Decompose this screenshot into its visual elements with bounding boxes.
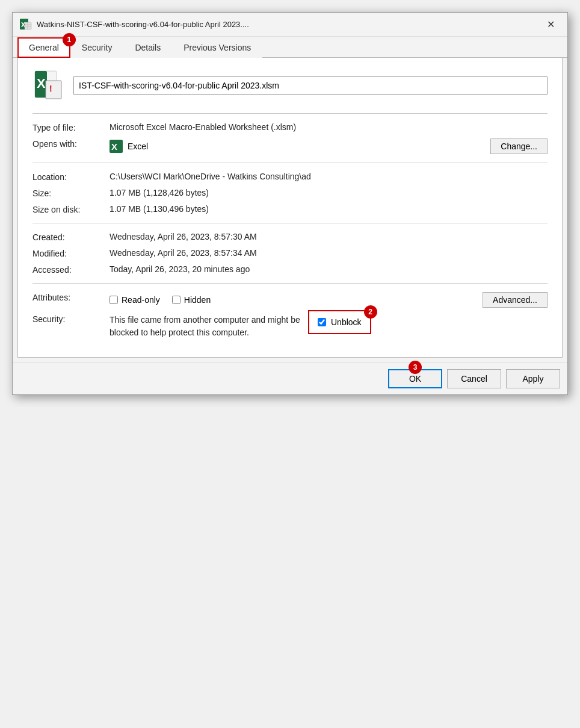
size-row: Size: 1.07 MB (1,128,426 bytes) bbox=[32, 188, 548, 198]
created-label: Created: bbox=[32, 232, 105, 242]
svg-rect-9 bbox=[46, 81, 61, 99]
tab-previous-versions[interactable]: Previous Versions bbox=[172, 37, 262, 58]
location-label: Location: bbox=[32, 172, 105, 182]
tab-security[interactable]: Security bbox=[70, 37, 124, 58]
unblock-checkbox-label[interactable]: Unblock bbox=[312, 314, 368, 331]
unblock-label: Unblock bbox=[331, 317, 362, 327]
unblock-checkbox[interactable] bbox=[318, 318, 326, 326]
location-row: Location: C:\Users\WCI Mark\OneDrive - W… bbox=[32, 172, 548, 182]
opens-with-content: X Excel Change... bbox=[110, 138, 548, 154]
advanced-button[interactable]: Advanced... bbox=[483, 292, 548, 308]
security-text: This file came from another computer and… bbox=[110, 314, 302, 339]
apply-button[interactable]: Apply bbox=[506, 369, 560, 388]
excel-app-icon: X bbox=[110, 140, 123, 153]
hidden-checkbox[interactable] bbox=[172, 296, 180, 304]
tab-content: X ! Type of file: Microsoft Excel Macro-… bbox=[17, 58, 563, 358]
security-label: Security: bbox=[32, 314, 105, 324]
tab-details[interactable]: Details bbox=[123, 37, 172, 58]
tab-general[interactable]: General 1 bbox=[17, 37, 70, 58]
file-header: X ! bbox=[32, 70, 548, 101]
divider-2 bbox=[32, 163, 548, 163]
modified-row: Modified: Wednesday, April 26, 2023, 8:5… bbox=[32, 248, 548, 258]
size-on-disk-row: Size on disk: 1.07 MB (1,130,496 bytes) bbox=[32, 204, 548, 214]
title-bar: X Watkins-NIST-CSF-with-scoring-v6.04-fo… bbox=[13, 13, 567, 37]
badge-1: 1 bbox=[63, 33, 76, 46]
modified-value: Wednesday, April 26, 2023, 8:57:34 AM bbox=[110, 248, 548, 258]
readonly-checkbox[interactable] bbox=[110, 296, 118, 304]
change-button[interactable]: Change... bbox=[490, 138, 548, 154]
accessed-value: Today, April 26, 2023, 20 minutes ago bbox=[110, 264, 548, 274]
divider-4 bbox=[32, 283, 548, 284]
svg-rect-2 bbox=[25, 22, 31, 30]
properties-dialog: X Watkins-NIST-CSF-with-scoring-v6.04-fo… bbox=[12, 12, 568, 395]
file-type-icon: X ! bbox=[32, 70, 64, 101]
type-row: Type of file: Microsoft Excel Macro-Enab… bbox=[32, 122, 548, 132]
readonly-label: Read-only bbox=[122, 295, 160, 305]
ok-container: 3 OK bbox=[388, 369, 442, 388]
opens-with-row: Opens with: X Excel Change... bbox=[32, 138, 548, 154]
attributes-content: Read-only Hidden Advanced... bbox=[110, 292, 548, 308]
hidden-checkbox-label[interactable]: Hidden bbox=[172, 295, 211, 305]
size-value: 1.07 MB (1,128,426 bytes) bbox=[110, 188, 548, 198]
size-label: Size: bbox=[32, 188, 105, 198]
footer: 3 OK Cancel Apply bbox=[13, 362, 567, 394]
divider-1 bbox=[32, 113, 548, 114]
title-file-icon: X bbox=[20, 19, 32, 31]
readonly-checkbox-label[interactable]: Read-only bbox=[110, 295, 160, 305]
hidden-label: Hidden bbox=[184, 295, 211, 305]
file-name-input[interactable] bbox=[73, 76, 548, 95]
type-label: Type of file: bbox=[32, 122, 105, 132]
badge-3: 3 bbox=[409, 361, 422, 374]
window-title: Watkins-NIST-CSF-with-scoring-v6.04-for-… bbox=[37, 20, 249, 29]
size-on-disk-label: Size on disk: bbox=[32, 204, 105, 214]
cancel-button[interactable]: Cancel bbox=[447, 369, 501, 388]
opens-app-name: Excel bbox=[128, 142, 148, 151]
created-value: Wednesday, April 26, 2023, 8:57:30 AM bbox=[110, 232, 548, 241]
modified-label: Modified: bbox=[32, 248, 105, 258]
badge-2: 2 bbox=[364, 305, 377, 319]
title-bar-left: X Watkins-NIST-CSF-with-scoring-v6.04-fo… bbox=[20, 19, 541, 31]
size-on-disk-value: 1.07 MB (1,130,496 bytes) bbox=[110, 204, 548, 214]
divider-3 bbox=[32, 223, 548, 223]
svg-text:X: X bbox=[111, 142, 117, 152]
location-value: C:\Users\WCI Mark\OneDrive - Watkins Con… bbox=[110, 172, 548, 181]
attributes-label: Attributes: bbox=[32, 292, 105, 302]
type-value: Microsoft Excel Macro-Enabled Worksheet … bbox=[110, 122, 548, 132]
security-row: Security: This file came from another co… bbox=[32, 314, 548, 339]
close-button[interactable]: ✕ bbox=[541, 15, 560, 34]
accessed-row: Accessed: Today, April 26, 2023, 20 minu… bbox=[32, 264, 548, 275]
svg-text:!: ! bbox=[49, 84, 52, 93]
svg-text:X: X bbox=[37, 76, 46, 91]
tab-bar: General 1 Security Details Previous Vers… bbox=[13, 37, 567, 58]
accessed-label: Accessed: bbox=[32, 264, 105, 275]
attributes-row: Attributes: Read-only Hidden Advanced... bbox=[32, 292, 548, 308]
created-row: Created: Wednesday, April 26, 2023, 8:57… bbox=[32, 232, 548, 242]
opens-label: Opens with: bbox=[32, 138, 105, 149]
